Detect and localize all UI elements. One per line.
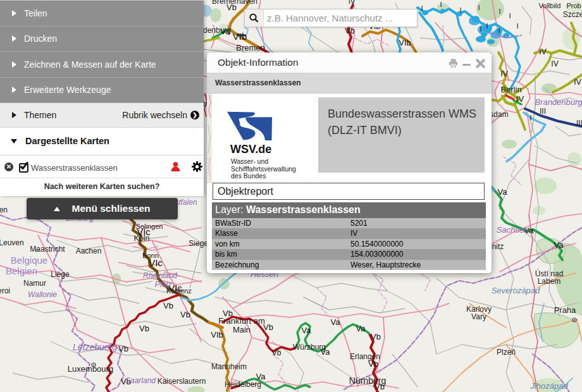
svg-text:VIb: VIb — [399, 38, 411, 47]
svg-text:IV: IV — [551, 59, 558, 68]
svg-text:I: I — [440, 1, 442, 8]
svg-text:Main: Main — [233, 325, 251, 334]
svg-text:Würzburg: Würzburg — [293, 343, 326, 352]
svg-text:Plzeň: Plzeň — [497, 348, 516, 357]
svg-text:Liège: Liège — [51, 270, 70, 279]
svg-text:IV: IV — [516, 94, 524, 104]
svg-text:I: I — [480, 25, 481, 33]
svg-text:Berlin: Berlin — [500, 85, 521, 94]
svg-text:Bonn: Bonn — [142, 252, 159, 259]
svg-text:Rheinland-: Rheinland- — [143, 271, 180, 280]
svg-text:Vb: Vb — [163, 301, 173, 310]
svg-text:IV: IV — [539, 47, 546, 56]
svg-text:Bremen: Bremen — [236, 43, 265, 52]
svg-text:IV: IV — [574, 78, 581, 87]
svg-text:Vollbild: Vollbild — [539, 2, 561, 9]
svg-text:pen: pen — [0, 205, 8, 214]
svg-text:Lëtzebuerg: Lëtzebuerg — [73, 342, 117, 352]
svg-text:Namur: Namur — [23, 279, 46, 288]
svg-text:Erlangen: Erlangen — [350, 352, 380, 361]
svg-text:Vb: Vb — [118, 344, 128, 353]
svg-text:Kaiserslautern: Kaiserslautern — [158, 377, 206, 386]
svg-text:Vary: Vary — [471, 312, 486, 321]
svg-text:III: III — [576, 119, 582, 128]
svg-text:Brandenburg: Brandenburg — [535, 97, 582, 107]
svg-text:Va: Va — [331, 317, 341, 327]
svg-text:eroi: eroi — [0, 286, 10, 295]
svg-text:Vb: Vb — [371, 332, 381, 341]
svg-text:I: I — [421, 4, 423, 12]
svg-text:Leuven: Leuven — [0, 238, 24, 247]
svg-text:Vb: Vb — [180, 310, 190, 319]
svg-text:Pfalz: Pfalz — [155, 280, 172, 289]
svg-text:Vb: Vb — [139, 324, 149, 333]
svg-text:Heidelberg: Heidelberg — [225, 380, 261, 389]
svg-text:Vb: Vb — [345, 26, 355, 35]
svg-text:Nürnberg: Nürnberg — [349, 376, 386, 386]
svg-text:IV: IV — [500, 70, 507, 78]
svg-text:IV: IV — [349, 0, 356, 5]
svg-text:I: I — [478, 4, 480, 11]
svg-text:Frankfurt am: Frankfurt am — [218, 316, 265, 326]
svg-text:Belgien: Belgien — [6, 266, 37, 276]
svg-text:Bremerhaven: Bremerhaven — [212, 0, 257, 6]
svg-text:Jihozápad: Jihozápad — [529, 381, 568, 391]
svg-text:I: I — [498, 27, 500, 34]
svg-text:Praha: Praha — [554, 305, 576, 315]
svg-text:VIb: VIb — [233, 31, 247, 42]
svg-text:VIb: VIb — [211, 330, 223, 340]
svg-text:Solingen: Solingen — [136, 223, 163, 230]
svg-text:Saarland: Saarland — [125, 376, 156, 385]
svg-text:Va: Va — [554, 240, 564, 250]
svg-text:Prob: Prob — [566, 2, 581, 9]
svg-text:Va: Va — [498, 187, 508, 197]
svg-text:III: III — [540, 107, 546, 116]
svg-text:Va: Va — [356, 324, 366, 333]
svg-text:Wallonie: Wallonie — [28, 290, 57, 299]
svg-text:Vb: Vb — [272, 348, 282, 357]
svg-text:Szcze: Szcze — [563, 10, 582, 19]
svg-text:Labem: Labem — [538, 277, 561, 286]
svg-text:I: I — [516, 22, 518, 30]
svg-text:I: I — [509, 12, 511, 20]
svg-text:Köln: Köln — [133, 234, 149, 243]
svg-text:Severozápad: Severozápad — [492, 286, 540, 295]
svg-text:Luxembourg: Luxembourg — [68, 364, 113, 374]
svg-text:Belgique: Belgique — [11, 255, 47, 266]
svg-text:Sachsen: Sachsen — [497, 225, 529, 235]
svg-text:Aachen: Aachen — [76, 247, 102, 255]
svg-text:Va: Va — [302, 326, 312, 335]
svg-text:I: I — [459, 6, 461, 14]
svg-text:Mannheim: Mannheim — [211, 362, 247, 371]
svg-text:Maastricht: Maastricht — [30, 245, 65, 254]
svg-text:I: I — [486, 22, 488, 30]
svg-text:I: I — [498, 8, 500, 15]
svg-text:I: I — [529, 114, 531, 121]
